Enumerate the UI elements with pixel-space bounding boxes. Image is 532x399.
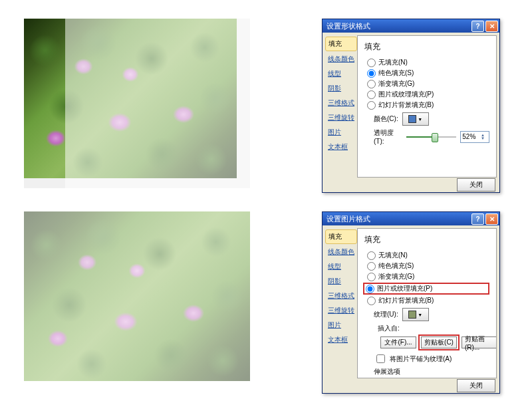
close-icon[interactable]: ✕ [485, 213, 498, 225]
transparency-spinner[interactable]: 52%▲▼ [460, 131, 489, 143]
help-button[interactable]: ? [471, 213, 484, 225]
transparency-label: 透明度(T): [374, 128, 402, 145]
tab-line-color[interactable]: 线条颜色 [325, 245, 357, 259]
tab-shadow[interactable]: 阴影 [325, 275, 357, 288]
chevron-down-icon: ▼ [418, 313, 422, 317]
radio-no-fill[interactable] [367, 59, 376, 67]
tab-3d-format[interactable]: 三维格式 [325, 289, 357, 303]
tile-checkbox[interactable] [376, 354, 385, 363]
tab-line-style[interactable]: 线型 [325, 67, 357, 80]
titlebar[interactable]: 设置形状格式 ? ✕ [323, 19, 499, 33]
clipboard-button[interactable]: 剪贴板(C) [421, 336, 457, 348]
format-shape-dialog: 设置形状格式 ? ✕ 填充 线条颜色 线型 阴影 三维格式 三维旋转 图片 文本… [322, 19, 500, 193]
category-tabs: 填充 线条颜色 线型 阴影 三维格式 三维旋转 图片 文本框 [323, 33, 357, 178]
close-icon[interactable]: ✕ [485, 21, 498, 32]
panel-title: 填充 [364, 234, 489, 245]
help-button[interactable]: ? [471, 21, 484, 32]
texture-picker[interactable]: ▼ [402, 308, 429, 321]
color-label: 颜色(C): [374, 114, 398, 124]
category-tabs: 填充 线条颜色 线型 阴影 三维格式 三维旋转 图片 文本框 [323, 225, 357, 378]
overlay-top [65, 19, 250, 188]
tab-shadow[interactable]: 阴影 [325, 82, 357, 95]
radio-no-fill[interactable] [367, 251, 376, 260]
tab-fill[interactable]: 填充 [325, 229, 357, 244]
fill-panel: 填充 无填充(N) 纯色填充(S) 渐变填充(G) 图片或纹理填充(P) 幻灯片… [357, 35, 497, 178]
panel-title: 填充 [364, 41, 489, 53]
tab-fill[interactable]: 填充 [325, 37, 357, 51]
titlebar[interactable]: 设置图片格式 ? ✕ [323, 212, 499, 225]
radio-solid-fill[interactable] [367, 262, 376, 271]
radio-picture-fill[interactable] [366, 285, 374, 293]
slide-canvas-top [24, 19, 250, 188]
radio-gradient-fill[interactable] [367, 273, 376, 281]
transparency-slider[interactable] [406, 132, 456, 142]
dialog-title: 设置形状格式 [327, 21, 470, 31]
tab-picture[interactable]: 图片 [325, 126, 357, 139]
insert-from-label: 插入自: [378, 324, 489, 333]
close-button[interactable]: 关闭 [457, 178, 495, 192]
radio-slide-bg-fill[interactable] [367, 297, 376, 305]
fill-panel: 填充 无填充(N) 纯色填充(S) 渐变填充(G) 图片或纹理填充(P) 幻灯片… [357, 228, 497, 378]
stretch-header: 伸展选项 [374, 367, 489, 376]
tab-3d-rotation[interactable]: 三维旋转 [325, 304, 357, 317]
tab-textbox[interactable]: 文本框 [325, 140, 357, 154]
tab-3d-rotation[interactable]: 三维旋转 [325, 111, 357, 124]
format-picture-dialog: 设置图片格式 ? ✕ 填充 线条颜色 线型 阴影 三维格式 三维旋转 图片 文本… [322, 211, 500, 394]
tab-picture[interactable]: 图片 [325, 319, 357, 332]
radio-slide-bg-fill[interactable] [367, 101, 376, 110]
close-button[interactable]: 关闭 [457, 379, 495, 392]
tab-line-color[interactable]: 线条颜色 [325, 53, 357, 66]
radio-gradient-fill[interactable] [367, 80, 376, 88]
radio-picture-fill[interactable] [367, 90, 376, 99]
file-button[interactable]: 文件(F)... [380, 336, 416, 348]
clipart-button[interactable]: 剪贴画(R)... [462, 336, 497, 348]
overlay-bottom [24, 211, 250, 381]
tab-line-style[interactable]: 线型 [325, 260, 357, 273]
photo-bottom [24, 211, 250, 381]
tab-textbox[interactable]: 文本框 [325, 333, 357, 346]
texture-label: 纹理(U): [374, 310, 398, 319]
radio-solid-fill[interactable] [367, 69, 376, 78]
tab-3d-format[interactable]: 三维格式 [325, 96, 357, 110]
offset-label: 偏移量: [378, 376, 489, 378]
color-picker[interactable]: ▼ [402, 112, 429, 126]
chevron-down-icon: ▼ [418, 117, 422, 122]
dialog-title: 设置图片格式 [327, 214, 470, 224]
